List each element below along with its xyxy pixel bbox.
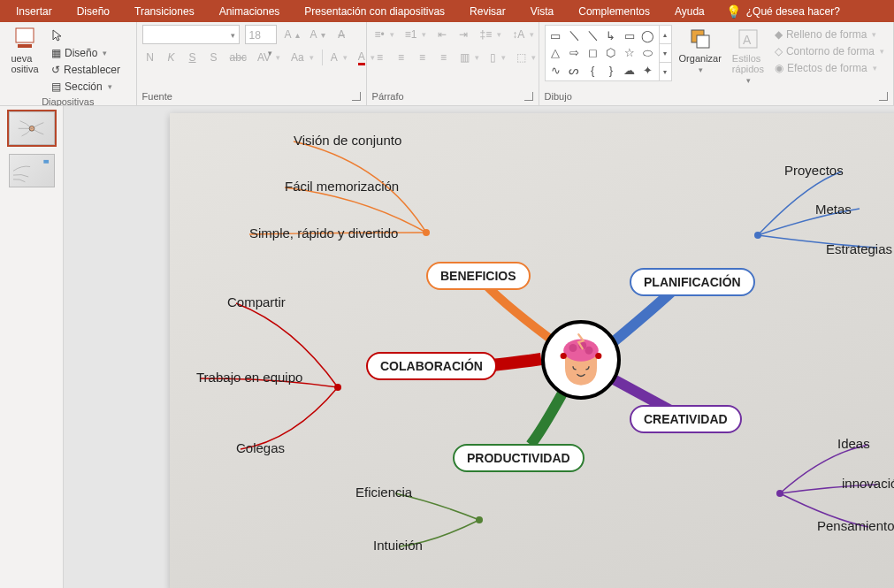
increase-indent-button[interactable]: ⇥ [455,27,471,42]
line-spacing-button[interactable]: ‡≡ [477,27,504,42]
workspace: BENEFICIOS PLANIFICACIÓN COLABORACIÓN CR… [0,106,894,588]
arrange-icon [688,27,713,51]
highlight-button[interactable]: A [328,50,350,65]
shape-brace-r[interactable]: } [602,62,620,79]
shadow-button[interactable]: S [206,50,222,65]
tab-transiciones[interactable]: Transiciones [122,2,207,21]
font-dialog-launcher[interactable] [352,92,361,101]
reset-icon: ↺ [51,64,60,76]
shape-triangle[interactable]: △ [547,45,565,62]
leaf-proyectos[interactable]: Proyectos [784,163,844,178]
align-right-button[interactable]: ≡ [415,50,431,65]
leaf-simple[interactable]: Simple, rápido y divertido [249,225,398,241]
case-button[interactable]: Aa [288,50,317,65]
tab-revisar[interactable]: Revisar [457,2,518,21]
justify-button[interactable]: ≡ [436,50,452,65]
shape-arrow[interactable]: ⇨ [565,45,583,62]
font-size-combo[interactable]: 18 [245,25,277,44]
shape-hex[interactable]: ⬡ [602,45,620,62]
tab-insertar[interactable]: Insertar [4,2,65,21]
arrange-button[interactable]: Organizar [676,25,725,76]
shrink-font-button[interactable]: A▾ [308,27,328,42]
underline-button[interactable]: S [185,50,201,65]
grow-font-button[interactable]: A▴ [282,27,302,42]
section-button[interactable]: ▤Sección [48,79,124,95]
leaf-metas[interactable]: Metas [815,202,852,217]
canvas[interactable]: BENEFICIOS PLANIFICACIÓN COLABORACIÓN CR… [64,106,894,588]
bullets-button[interactable]: ≡• [372,27,397,42]
tab-vista[interactable]: Vista [518,2,566,21]
shape-line[interactable]: ＼ [565,27,583,44]
shape-outline-button[interactable]: ◇Contorno de forma [771,43,888,59]
tab-presentacion[interactable]: Presentación con diapositivas [292,2,457,21]
leaf-colegas[interactable]: Colegas [236,440,285,455]
leaf-ideas[interactable]: Ideas [837,436,870,451]
svg-point-10 [334,384,341,391]
shapes-gallery[interactable]: ▭＼＼↳▭◯ △⇨◻⬡☆⬭ ∿ᔕ{}☁✦ [545,25,660,81]
gallery-down[interactable]: ▾ [660,44,671,63]
shape-effects-button[interactable]: ◉Efectos de forma [771,60,888,76]
group-slides: ueva ositiva ▦Diseño ↺Restablecer ▤Secci… [0,22,137,105]
leaf-pensamientos[interactable]: Pensamientos [817,518,894,533]
shape-star[interactable]: ☆ [621,45,638,62]
shape-fill-button[interactable]: ◆Relleno de forma [771,27,888,42]
shape-curve[interactable]: ∿ [547,62,565,79]
shape-brace-l[interactable]: { [584,62,601,79]
shape-textbox[interactable]: ▭ [547,27,565,44]
drawing-dialog-launcher[interactable] [879,92,888,101]
node-planificacion[interactable]: PLANIFICACIÓN [630,268,755,296]
slide-thumb-2[interactable] [9,154,55,187]
italic-button[interactable]: K [164,50,180,65]
group-drawing: ▭＼＼↳▭◯ △⇨◻⬡☆⬭ ∿ᔕ{}☁✦ ▴ ▾ ▾ Organizar A E… [539,22,894,105]
leaf-estrategias[interactable]: Estrategias [826,241,892,256]
new-slide-button[interactable]: ueva ositiva [5,25,44,76]
bold-button[interactable]: N [142,50,158,65]
leaf-innovacion[interactable]: innovación [842,476,894,491]
leaf-facil[interactable]: Fácil memorización [285,179,399,194]
shape-connector[interactable]: ↳ [602,27,620,44]
align-center-button[interactable]: ≡ [394,50,409,65]
layout-button[interactable]: ▦Diseño [48,45,124,61]
leaf-eficiencia[interactable]: Eficiencia [355,485,412,500]
slide[interactable]: BENEFICIOS PLANIFICACIÓN COLABORACIÓN CR… [170,113,894,588]
shape-plus[interactable]: ✦ [639,62,657,79]
leaf-intuicion[interactable]: Intuición [373,538,423,553]
node-creatividad[interactable]: CREATIVIDAD [630,405,742,433]
node-productividad[interactable]: PRODUCTIVIDAD [453,444,585,472]
shape-callout[interactable]: ⬭ [639,45,657,62]
align-left-button[interactable]: ≡ [372,50,388,65]
tab-complementos[interactable]: Complementos [566,2,662,21]
tell-me-search[interactable]: 💡 ¿Qué desea hacer? [726,4,840,19]
shape-line2[interactable]: ＼ [584,27,601,44]
leaf-compartir[interactable]: Compartir [227,294,286,309]
shape-rect[interactable]: ▭ [621,27,638,44]
tab-diseno[interactable]: Diseño [65,2,122,21]
clear-format-button[interactable]: A̶ [333,27,349,42]
leaf-trabajo[interactable]: Trabajo en equipo [196,370,302,385]
reset-button[interactable]: ↺Restablecer [48,62,124,78]
leaf-vision[interactable]: Visión de conjunto [294,133,401,148]
decrease-indent-button[interactable]: ⇤ [434,27,450,42]
para-dialog-launcher[interactable] [524,92,533,101]
text-direction-button[interactable]: ↕A [509,27,537,42]
columns-button[interactable]: ▥ [457,50,482,65]
tab-animaciones[interactable]: Animaciones [207,2,293,21]
tab-ayuda[interactable]: Ayuda [662,2,717,21]
slide-thumbnails [0,106,64,588]
cursor-tool[interactable] [48,27,124,44]
shape-free[interactable]: ᔕ [565,62,583,79]
node-beneficios[interactable]: BENEFICIOS [426,262,531,290]
node-colaboracion[interactable]: COLABORACIÓN [366,352,497,380]
gallery-up[interactable]: ▴ [660,26,671,44]
shape-oval[interactable]: ◯ [639,27,657,44]
shape-cloud[interactable]: ☁ [621,62,638,79]
numbering-button[interactable]: ≡1 [402,27,430,42]
smartart-button[interactable]: ⬚ [514,50,539,65]
align-text-button[interactable]: ▯ [487,50,508,65]
font-name-combo[interactable] [142,25,240,44]
strike-button[interactable]: abc [227,50,249,65]
shape-roundrect[interactable]: ◻ [584,45,601,62]
quick-styles-button[interactable]: A Estilos rápidos [729,25,768,87]
gallery-more[interactable]: ▾ [660,63,671,80]
slide-thumb-1[interactable] [9,111,55,145]
